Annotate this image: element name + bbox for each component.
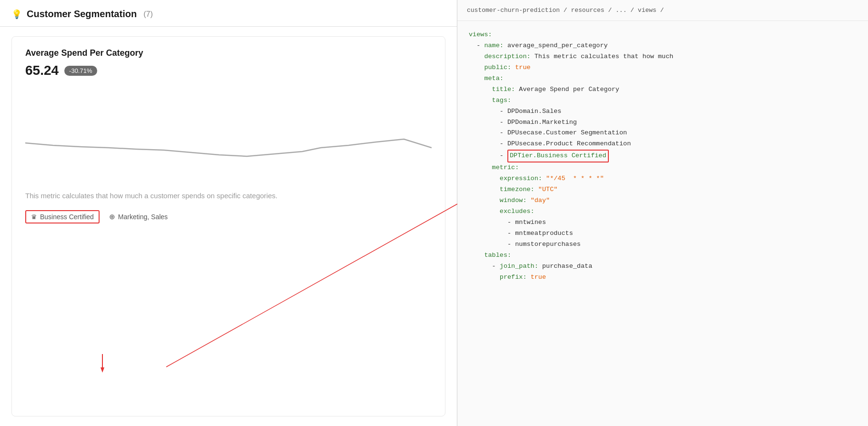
breadcrumb: customer-churn-prediction / resources / … — [457, 0, 868, 21]
business-certified-tag[interactable]: ♛ Business Certified — [25, 210, 100, 223]
lightbulb-icon: 💡 — [11, 9, 22, 20]
metric-value-row: 65.24 -30.71% — [25, 63, 432, 78]
metric-tags: ♛ Business Certified ⊕ Marketing, Sales — [25, 210, 432, 223]
metric-chart — [25, 86, 432, 181]
metric-badge: -30.71% — [64, 66, 97, 76]
metric-value: 65.24 — [25, 63, 59, 78]
metric-card: Average Spend Per Category 65.24 -30.71%… — [11, 36, 445, 416]
domain-tag: ⊕ Marketing, Sales — [109, 213, 168, 221]
metric-description: This metric calculates that how much a c… — [25, 191, 432, 202]
left-panel: 💡 Customer Segmentation (7) Average Spen… — [0, 0, 457, 426]
business-certified-label: Business Certified — [40, 213, 94, 221]
chart-area — [25, 86, 432, 181]
right-panel: customer-churn-prediction / resources / … — [457, 0, 868, 426]
section-count: (7) — [143, 10, 153, 19]
section-title: Customer Segmentation — [27, 9, 137, 20]
domain-label: Marketing, Sales — [118, 213, 168, 221]
globe-icon: ⊕ — [109, 213, 115, 221]
code-block: views: - name: average_spend_per_categor… — [457, 21, 868, 303]
section-header: 💡 Customer Segmentation (7) — [0, 0, 457, 27]
dptier-highlight: DPTier.Business Certified — [507, 150, 609, 162]
metric-title: Average Spend Per Category — [25, 48, 432, 58]
crown-icon: ♛ — [31, 213, 37, 221]
